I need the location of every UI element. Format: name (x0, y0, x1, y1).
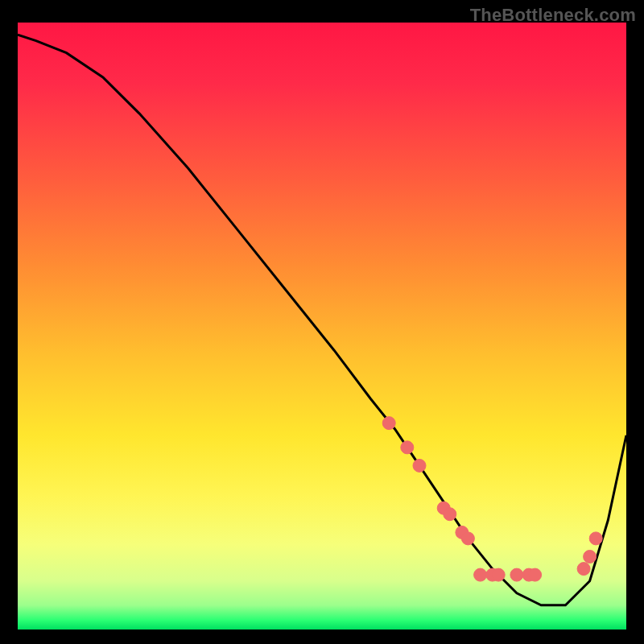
marker-point (584, 551, 597, 564)
marker-point (401, 441, 414, 454)
marker-point (444, 508, 456, 521)
marker-point (529, 568, 542, 581)
marker-point (577, 563, 590, 576)
marker-point (474, 568, 487, 581)
chart-frame: TheBottleneck.com (0, 0, 644, 644)
chart-svg (18, 23, 626, 630)
marker-point (589, 532, 602, 545)
plot-area (18, 23, 626, 630)
marker-point (382, 417, 395, 430)
marker-point (413, 459, 426, 472)
marker-point (510, 568, 523, 581)
gradient-rect (18, 23, 626, 630)
marker-point (461, 532, 474, 545)
marker-point (492, 568, 505, 581)
